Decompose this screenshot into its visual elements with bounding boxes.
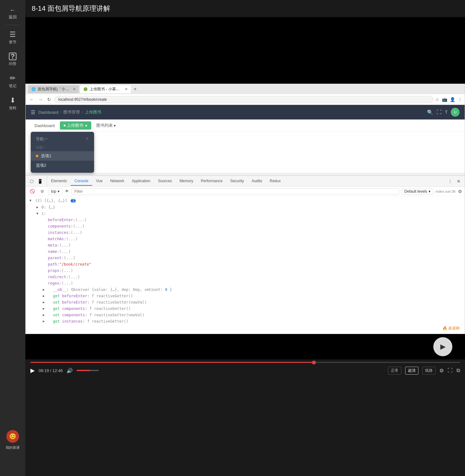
browser-tab-1[interactable]: 🌐 面包屑导航|「小慕读书」管理... ✕ [28, 85, 79, 93]
devtools-more-btn[interactable]: ⋮ [446, 177, 454, 185]
console-line-regex[interactable]: regex: (...) [26, 280, 465, 286]
console-eye-btn[interactable]: 👁 [65, 189, 69, 194]
devtools-tab-vue[interactable]: Vue [92, 177, 106, 186]
devtools-tab-network[interactable]: Network [106, 177, 128, 186]
app-user-avatar[interactable]: U [451, 108, 460, 117]
console-line-path[interactable]: path: "/book/create" [26, 261, 465, 267]
devtools-inspect-btn[interactable]: ⬡ [28, 177, 35, 185]
dropdown-item-option2[interactable]: 选项2 [31, 161, 94, 170]
console-line-matchAs[interactable]: matchAs: (...) [26, 236, 465, 242]
sidebar-toggle-icon[interactable]: ☰ [31, 109, 35, 115]
back-nav-button[interactable]: ← [28, 96, 35, 103]
sidebar-item-downloads[interactable]: ⬇ 资料 [0, 93, 25, 115]
search-icon[interactable]: 🔍 [427, 109, 433, 115]
devtools-tab-audits[interactable]: Audits [248, 177, 266, 186]
breadcrumb-books[interactable]: 图书管理 [63, 109, 80, 115]
subnav-upload[interactable]: 上传图书 ▾ [60, 121, 91, 130]
devtools-tab-sources[interactable]: Sources [154, 177, 176, 186]
breadcrumb-dashboard[interactable]: Dashboard [38, 110, 59, 115]
fullscreen-button[interactable]: ⛶ [448, 368, 453, 373]
tab2-icon: 🟢 [83, 87, 88, 91]
console-line-instances[interactable]: instances: (...) [26, 229, 465, 236]
console-line-root[interactable]: (2) [{…}, {…}] 2 [26, 197, 465, 204]
font-icon[interactable]: T [445, 110, 448, 115]
console-line-get-instances[interactable]: ▶ get instances: f reactiveGetter() [26, 318, 465, 325]
option1-label: 选项1 [41, 153, 51, 159]
quality-line-button[interactable]: 线路 [422, 367, 436, 375]
settings-button[interactable]: ⚙ [439, 368, 444, 374]
volume-icon[interactable]: 🔊 [67, 368, 73, 374]
watermark: 🔥 慕课网 [26, 325, 465, 332]
quality-hd-button[interactable]: 超清 [405, 367, 418, 375]
console-settings-icon[interactable]: ⚙ [458, 189, 462, 194]
console-line-set-beforeEnter[interactable]: ▶ set beforeEnter: f reactiveSetter(newV… [26, 299, 465, 306]
quality-normal-button[interactable]: 正常 [388, 367, 401, 375]
devtools-tab-elements[interactable]: Elements [47, 177, 71, 186]
console-line-props[interactable]: props: (...) [26, 267, 465, 274]
browser-window: 🌐 面包屑导航|「小慕读书」管理... ✕ 🟢 上传图书 - 小慕读书 ✕ + … [25, 84, 465, 334]
devtools-tab-redux[interactable]: Redux [266, 177, 285, 186]
console-line-ob[interactable]: ▶ __ob__: Observer {value: {…}, dep: Dep… [26, 286, 465, 293]
dropdown-close-btn[interactable]: ✕ [86, 136, 89, 142]
sidebar-item-qa[interactable]: ? 问答 [0, 49, 25, 70]
console-line-get-components[interactable]: ▶ get components: f reactiveGetter() [26, 306, 465, 312]
app-subnav: Dashboard 上传图书 ▾ 图书列表 ▾ [26, 119, 465, 132]
pip-button[interactable]: ⧉ [456, 368, 460, 373]
back-button[interactable]: ← 返回 [0, 3, 25, 23]
console-line-1[interactable]: ▼ 1: [26, 210, 465, 217]
console-line-get-beforeEnter[interactable]: ▶ get beforeEnter: f reactiveGetter() [26, 293, 465, 299]
progress-knob[interactable] [312, 361, 316, 364]
refresh-nav-button[interactable]: ↻ [46, 96, 52, 103]
console-top-select[interactable]: top ▾ [48, 188, 62, 195]
prop-val-path: "/book/create" [59, 261, 91, 267]
cast-icon[interactable]: 📺 [442, 97, 447, 102]
fullscreen-icon[interactable]: ⛶ [436, 109, 442, 115]
console-levels-caret: ▾ [429, 189, 430, 194]
menu-dots-icon[interactable]: ⋮ [458, 97, 462, 102]
console-line-name[interactable]: name: (...) [26, 248, 465, 255]
url-bar[interactable]: localhost:9527/#/book/create [54, 96, 433, 103]
console-top-label: top [51, 189, 56, 194]
sidebar-item-chapters[interactable]: ☰ 章节 [0, 27, 25, 49]
new-tab-button[interactable]: + [132, 86, 138, 92]
console-line-parent[interactable]: parent: (...) [26, 255, 465, 261]
forward-nav-button[interactable]: → [37, 96, 44, 103]
tab1-close[interactable]: ✕ [73, 87, 76, 91]
play-overlay-button[interactable]: ▶ [433, 337, 452, 356]
devtools-tab-memory[interactable]: Memory [176, 177, 197, 186]
devtools-tab-console[interactable]: Console [71, 177, 92, 186]
console-line-components[interactable]: components: (...) [26, 223, 465, 229]
subnav-dashboard[interactable]: Dashboard [31, 122, 59, 129]
app-header-icons: 🔍 ⛶ T U [427, 108, 460, 117]
prop-key-components: components: [48, 223, 73, 229]
progress-bar[interactable] [30, 362, 460, 363]
console-line-beforeEnter[interactable]: beforeEnter: (...) [26, 217, 465, 223]
subnav-booklist[interactable]: 图书列表 ▾ [92, 121, 120, 130]
devtools-tab-security[interactable]: Security [226, 177, 248, 186]
bookmark-icon[interactable]: ☆ [435, 97, 439, 102]
user-profile-icon[interactable]: 👤 [450, 97, 455, 102]
line-0-text: 0: {…} [41, 204, 55, 210]
devtools-close-btn[interactable]: ✕ [455, 177, 462, 185]
dropdown-section-label: 分组一 [31, 144, 94, 151]
devtools-tab-application[interactable]: Application [128, 177, 154, 186]
user-avatar-section[interactable]: 😊 我的慕课 [6, 426, 20, 454]
volume-bar[interactable] [77, 370, 99, 371]
devtools-tab-performance[interactable]: Performance [197, 177, 226, 186]
dropdown-item-option1[interactable]: 选项1 [31, 151, 94, 161]
browser-tab-2[interactable]: 🟢 上传图书 - 小慕读书 ✕ [80, 85, 131, 93]
devtools-device-btn[interactable]: 📱 [36, 177, 44, 185]
console-line-redirect[interactable]: redirect: (...) [26, 274, 465, 280]
console-line-0[interactable]: ▶ 0: {…} [26, 204, 465, 210]
tab2-close[interactable]: ✕ [125, 87, 128, 91]
console-clear-btn[interactable]: 🚫 [28, 188, 36, 195]
console-levels[interactable]: Default levels ▾ [402, 188, 433, 195]
console-line-set-components[interactable]: ▶ set components: f reactiveSetter(newVa… [26, 312, 465, 318]
play-pause-button[interactable]: ▶ [30, 367, 35, 374]
app-header-left: ☰ Dashboard / 图书管理 / 上传图书 [31, 109, 101, 115]
sidebar-item-notes[interactable]: ✏ 笔记 [0, 70, 25, 93]
console-line-meta[interactable]: meta: (...) [26, 242, 465, 248]
devtools-console-toolbar: 🚫 ⊘ top ▾ 👁 Default levels ▾ index.vue:3… [26, 187, 465, 196]
console-back-btn[interactable]: ⊘ [39, 188, 46, 195]
console-filter-input[interactable] [72, 188, 399, 195]
